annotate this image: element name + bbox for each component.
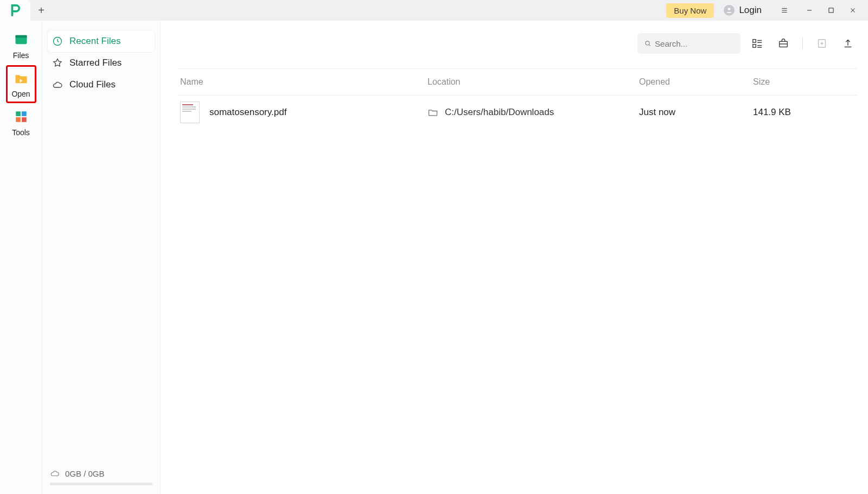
minimize-button[interactable] (799, 0, 820, 21)
storage-text: 0GB / 0GB (65, 469, 105, 478)
sidebar-item-recent-files[interactable]: Recent Files (48, 30, 155, 52)
col-header-opened[interactable]: Opened (639, 77, 753, 87)
app-tab[interactable] (0, 0, 30, 21)
rail-item-files[interactable]: Files (6, 27, 36, 64)
close-button[interactable] (842, 0, 864, 21)
svg-point-0 (728, 8, 731, 10)
folder-icon (427, 107, 438, 118)
svg-rect-11 (753, 45, 756, 48)
tools-icon (13, 109, 29, 125)
new-file-icon (816, 37, 828, 49)
rail-label: Open (11, 90, 30, 98)
menu-button[interactable] (774, 0, 795, 21)
toolbox-icon (777, 37, 789, 49)
toolbox-button[interactable] (774, 34, 793, 53)
file-location: C:/Users/habib/Downloads (445, 107, 554, 118)
clock-icon (52, 36, 63, 47)
app-logo-icon (9, 4, 21, 16)
file-size: 141.9 KB (753, 107, 857, 118)
toolbar (178, 30, 857, 56)
list-view-icon (751, 37, 763, 49)
svg-rect-4 (16, 111, 21, 116)
divider (802, 37, 803, 49)
storage-bar (50, 483, 152, 485)
table-header: Name Location Opened Size (178, 68, 857, 96)
rail-item-tools[interactable]: Tools (6, 104, 36, 141)
avatar-icon (724, 5, 735, 16)
rail-label: Files (13, 51, 29, 60)
file-opened: Just now (639, 107, 753, 118)
maximize-button[interactable] (820, 0, 842, 21)
cloud-icon (52, 79, 63, 90)
svg-rect-3 (15, 35, 27, 38)
search-input[interactable] (655, 39, 734, 48)
login-button[interactable]: Login (724, 5, 762, 16)
col-header-name[interactable]: Name (178, 77, 427, 87)
new-tab-button[interactable]: + (30, 0, 52, 21)
left-rail: Files Open Tools (0, 21, 42, 494)
sidebar-item-label: Cloud Files (69, 79, 116, 90)
svg-rect-7 (22, 117, 27, 122)
cloud-icon (50, 468, 60, 478)
svg-point-9 (646, 41, 649, 45)
sidebar-item-cloud-files[interactable]: Cloud Files (48, 74, 155, 96)
rail-label: Tools (12, 128, 30, 137)
col-header-location[interactable]: Location (427, 77, 639, 87)
sidebar-item-label: Recent Files (69, 36, 120, 47)
svg-rect-6 (16, 117, 21, 122)
open-folder-icon (13, 70, 29, 86)
upload-icon (842, 37, 854, 49)
buy-now-button[interactable]: Buy Now (666, 3, 714, 18)
storage-row: 0GB / 0GB (48, 465, 155, 479)
search-box[interactable] (637, 33, 741, 54)
file-thumbnail-icon (180, 102, 200, 123)
sidebar: Recent Files Starred Files Cloud Files 0… (42, 21, 161, 494)
new-file-button[interactable] (813, 34, 831, 53)
rail-item-open[interactable]: Open (6, 65, 36, 103)
col-header-size[interactable]: Size (753, 77, 857, 87)
sidebar-item-starred-files[interactable]: Starred Files (48, 52, 155, 74)
sidebar-item-label: Starred Files (69, 58, 122, 68)
upload-button[interactable] (839, 34, 857, 53)
file-name: somatosensory.pdf (209, 107, 286, 118)
svg-rect-5 (22, 111, 27, 116)
table-row[interactable]: somatosensory.pdf C:/Users/habib/Downloa… (178, 96, 857, 129)
titlebar: + Buy Now Login (0, 0, 868, 21)
main-panel: Name Location Opened Size somatosensory.… (161, 21, 868, 494)
files-icon (13, 31, 29, 48)
login-label: Login (739, 5, 762, 16)
search-icon (644, 39, 652, 48)
svg-rect-1 (829, 8, 833, 12)
svg-rect-10 (753, 40, 756, 43)
star-icon (52, 58, 63, 68)
view-list-button[interactable] (748, 34, 767, 53)
